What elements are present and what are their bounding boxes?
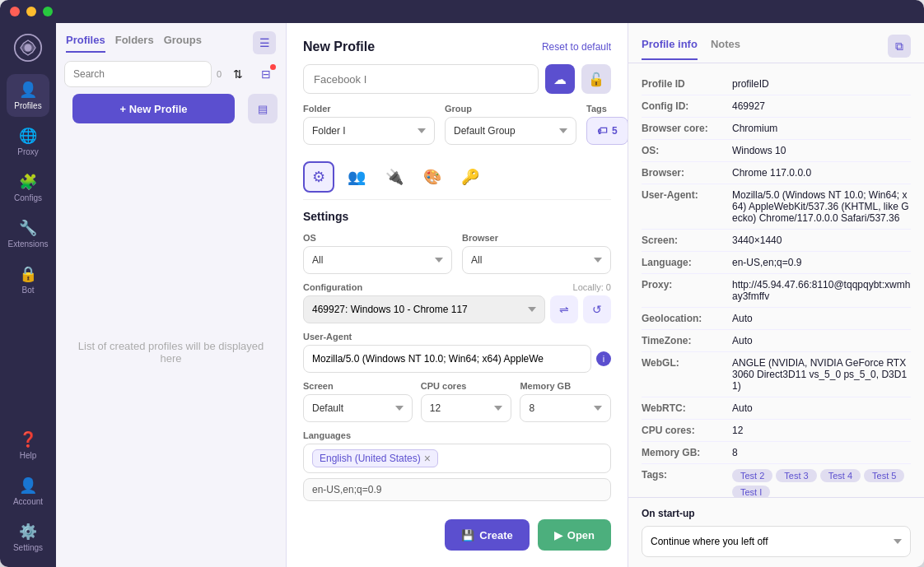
create-button[interactable]: 💾 Create	[445, 519, 529, 551]
cpu-info-value: 12	[732, 425, 911, 436]
on-startup-select[interactable]: Continue where you left offOpen new tabO…	[642, 526, 911, 557]
settings-icon: ⚙️	[19, 523, 37, 541]
folder-group-row: Folder Folder I Group Default Group Tags…	[303, 104, 611, 145]
icon-sidebar: 👤 Profiles 🌐 Proxy 🧩 Configs 🔧 Extension…	[0, 23, 56, 567]
maximize-button[interactable]	[43, 7, 53, 16]
search-input[interactable]	[64, 61, 212, 87]
copy-button[interactable]: ⧉	[888, 35, 911, 58]
tab-folders[interactable]: Folders	[115, 34, 154, 53]
screen-cpu-mem-row: Screen Default CPU cores 12 Memory GB 8	[303, 381, 611, 422]
sidebar-item-extensions[interactable]: 🔧 Extensions	[7, 212, 49, 255]
browser-info-key: Browser:	[642, 167, 732, 179]
profile-name-input[interactable]	[303, 64, 539, 94]
os-browser-row: OS All Browser All	[303, 233, 611, 274]
configuration-section: Configuration Locally: 0 469927: Windows…	[303, 282, 611, 323]
tab-plugins-settings[interactable]: 🔌	[379, 161, 410, 193]
group-select[interactable]: Default Group	[445, 117, 576, 145]
screen-select[interactable]: Default	[303, 394, 413, 422]
open-label: Open	[567, 529, 595, 541]
os-select[interactable]: All	[303, 246, 452, 274]
center-panel: New Profile Reset to default ☁ 🔓 Folder …	[287, 23, 628, 567]
sidebar-item-settings[interactable]: ⚙️ Settings	[7, 516, 49, 559]
tab-notes[interactable]: Notes	[711, 38, 740, 60]
folder-select[interactable]: Folder I	[303, 117, 435, 145]
info-row-user-agent: User-Agent: Mozilla/5.0 (Windows NT 10.0…	[642, 184, 911, 230]
tab-user-settings[interactable]: 👥	[341, 161, 372, 193]
cpu-field: CPU cores 12	[421, 381, 512, 422]
new-profile-button[interactable]: + New Profile	[72, 94, 235, 123]
cloud-sync-button[interactable]: ☁	[545, 64, 575, 94]
memory-label: Memory GB	[520, 381, 611, 391]
languages-label: Languages	[303, 430, 611, 440]
cpu-select[interactable]: 12	[421, 394, 512, 422]
tab-profile-info[interactable]: Profile info	[642, 38, 698, 60]
sidebar-item-account[interactable]: 👤 Account	[7, 470, 49, 513]
reset-to-default-link[interactable]: Reset to default	[542, 41, 611, 53]
browser-select[interactable]: All	[462, 246, 611, 274]
webrtc-info-value: Auto	[732, 402, 911, 414]
help-icon: ❓	[19, 430, 37, 448]
screen-info-value: 3440×1440	[732, 235, 911, 246]
profiles-tabs: Profiles Folders Groups ☰	[56, 23, 286, 54]
sidebar-item-help[interactable]: ❓ Help	[7, 424, 49, 467]
info-row-config-id: Config ID: 469927	[642, 95, 911, 118]
group-label: Group	[445, 104, 576, 114]
collapse-sidebar-button[interactable]: ☰	[253, 31, 276, 54]
useragent-section: User-Agent i	[303, 332, 611, 373]
settings-tabs: ⚙ 👥 🔌 🎨 🔑	[303, 155, 611, 200]
info-row-browser: Browser: Chrome 117.0.0.0	[642, 162, 911, 184]
center-header: New Profile Reset to default	[303, 40, 611, 54]
screen-info-key: Screen:	[642, 235, 732, 246]
language-tag-english[interactable]: English (United States) ×	[312, 449, 438, 467]
languages-tags-row[interactable]: English (United States) ×	[303, 444, 611, 473]
sort-button[interactable]: ⇅	[226, 63, 250, 86]
tag-chip: Test 4	[820, 469, 861, 482]
profile-id-key: Profile ID	[642, 78, 732, 90]
app-logo	[12, 31, 44, 64]
sidebar-item-profiles[interactable]: 👤 Profiles	[7, 74, 49, 117]
memory-select[interactable]: 8	[520, 394, 611, 422]
useragent-info-icon[interactable]: i	[596, 351, 611, 366]
webgl-info-value: ANGLE (NVIDIA, NVIDIA GeForce RTX 3060 D…	[732, 357, 911, 392]
language-tag-close-icon[interactable]: ×	[424, 452, 431, 465]
close-button[interactable]	[10, 7, 20, 16]
useragent-input[interactable]	[303, 345, 591, 373]
tags-count: 5	[612, 125, 618, 137]
toggle-view-button[interactable]: ▤	[248, 94, 278, 123]
language-info-value: en-US,en;q=0.9	[732, 257, 911, 268]
tag-chip: Test 2	[732, 469, 772, 482]
config-select[interactable]: 469927: Windows 10 - Chrome 117	[303, 295, 545, 323]
filter-active-indicator	[270, 64, 276, 70]
minimize-button[interactable]	[26, 7, 36, 16]
title-bar	[0, 0, 924, 23]
browser-label: Browser	[462, 233, 611, 243]
profiles-empty-text: List of created profiles will be display…	[72, 340, 269, 365]
tab-general-settings[interactable]: ⚙	[303, 161, 334, 193]
refresh-config-button[interactable]: ↺	[583, 295, 611, 323]
search-count: 0	[217, 69, 222, 79]
tag-chip: Test 5	[864, 469, 904, 482]
tag-chip: Test I	[732, 486, 770, 497]
sidebar-item-configs[interactable]: 🧩 Configs	[7, 166, 49, 209]
tab-groups[interactable]: Groups	[164, 34, 202, 53]
cpu-info-key: CPU cores:	[642, 425, 732, 436]
sidebar-item-bot[interactable]: 🔒 Bot	[7, 258, 49, 301]
open-button[interactable]: ▶ Open	[538, 519, 611, 551]
geolocation-info-key: Geolocation:	[642, 313, 732, 324]
tab-appearance-settings[interactable]: 🎨	[417, 161, 448, 193]
tab-profiles[interactable]: Profiles	[66, 34, 105, 53]
lock-button[interactable]: 🔓	[581, 64, 611, 94]
tab-keys-settings[interactable]: 🔑	[455, 161, 486, 193]
info-row-memory: Memory GB: 8	[642, 442, 911, 464]
on-startup-section: On start-up Continue where you left offO…	[628, 497, 924, 567]
shuffle-config-button[interactable]: ⇌	[550, 295, 578, 323]
folder-field: Folder Folder I	[303, 104, 435, 145]
tags-button[interactable]: 🏷 5	[586, 117, 628, 145]
info-row-webrtc: WebRTC: Auto	[642, 397, 911, 420]
filter-button[interactable]: ⊟	[254, 63, 278, 86]
sidebar-item-proxy[interactable]: 🌐 Proxy	[7, 120, 49, 163]
sidebar-item-profiles-label: Profiles	[14, 101, 41, 110]
sidebar-item-bot-label: Bot	[21, 286, 34, 295]
useragent-input-row: i	[303, 345, 611, 373]
sidebar-item-help-label: Help	[20, 451, 37, 460]
